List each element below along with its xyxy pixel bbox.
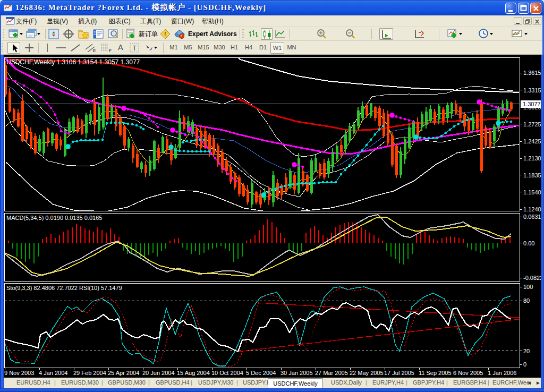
svg-text:80: 80 xyxy=(523,297,530,304)
svg-text:E: E xyxy=(93,48,96,53)
svg-text:10 Oct 2004: 10 Oct 2004 xyxy=(211,370,243,376)
svg-text:20: 20 xyxy=(523,348,530,354)
svg-text:!: ! xyxy=(164,31,166,37)
svg-text:27 Mar 2005: 27 Mar 2005 xyxy=(315,370,348,376)
svg-text:1.1835: 1.1835 xyxy=(523,172,541,178)
svg-text:11 Sep 2005: 11 Sep 2005 xyxy=(419,370,452,376)
svg-text:6 Nov 2005: 6 Nov 2005 xyxy=(453,370,483,376)
svg-text:1.3615: 1.3615 xyxy=(523,70,541,76)
svg-text:1.2130: 1.2130 xyxy=(523,155,541,161)
svg-text:17 Jul 2005: 17 Jul 2005 xyxy=(384,370,414,376)
svg-text:5 Dec 2004: 5 Dec 2004 xyxy=(246,370,276,376)
svg-text:20 Jun 2004: 20 Jun 2004 xyxy=(142,370,175,376)
svg-text:1.1540: 1.1540 xyxy=(523,189,541,195)
svg-text:1.3077: 1.3077 xyxy=(523,101,541,107)
svg-text:1.2425: 1.2425 xyxy=(523,138,541,144)
svg-text:30 Jan 2005: 30 Jan 2005 xyxy=(280,370,313,376)
svg-text:1 Jan 2006: 1 Jan 2006 xyxy=(488,370,516,376)
svg-text:1.2725: 1.2725 xyxy=(523,121,541,127)
svg-text:-0.0822: -0.0822 xyxy=(523,275,543,281)
svg-text:1.1240: 1.1240 xyxy=(523,206,541,212)
svg-text:29 Feb 2004: 29 Feb 2004 xyxy=(73,370,106,376)
svg-text:9 Nov 2003: 9 Nov 2003 xyxy=(4,370,34,376)
svg-text:22 May 2005: 22 May 2005 xyxy=(350,370,384,376)
svg-text:0.0631: 0.0631 xyxy=(523,214,541,220)
svg-text:USDCHF,Weekly 1.3106 1.3154 1: USDCHF,Weekly 1.3106 1.3154 1.3057 1.307… xyxy=(6,58,140,66)
svg-text:4 Jan 2004: 4 Jan 2004 xyxy=(39,370,67,376)
svg-text:T: T xyxy=(133,45,137,52)
svg-text:15 Aug 2004: 15 Aug 2004 xyxy=(177,370,210,376)
svg-text:F: F xyxy=(109,48,112,53)
svg-text:Sto(9,3,3) 82.4806 72.7022 RS: Sto(9,3,3) 82.4806 72.7022 RSI(10) 57.14… xyxy=(6,285,122,291)
svg-text:25 Apr 2004: 25 Apr 2004 xyxy=(108,370,139,376)
svg-text:MACD(5,34,5) 0.0190 0.0135 0.0: MACD(5,34,5) 0.0190 0.0135 0.0165 xyxy=(6,215,102,221)
svg-text:100: 100 xyxy=(523,284,533,290)
svg-text:1.3315: 1.3315 xyxy=(523,87,541,93)
svg-text:0: 0 xyxy=(523,361,526,368)
svg-text:0.00: 0.00 xyxy=(523,240,534,246)
